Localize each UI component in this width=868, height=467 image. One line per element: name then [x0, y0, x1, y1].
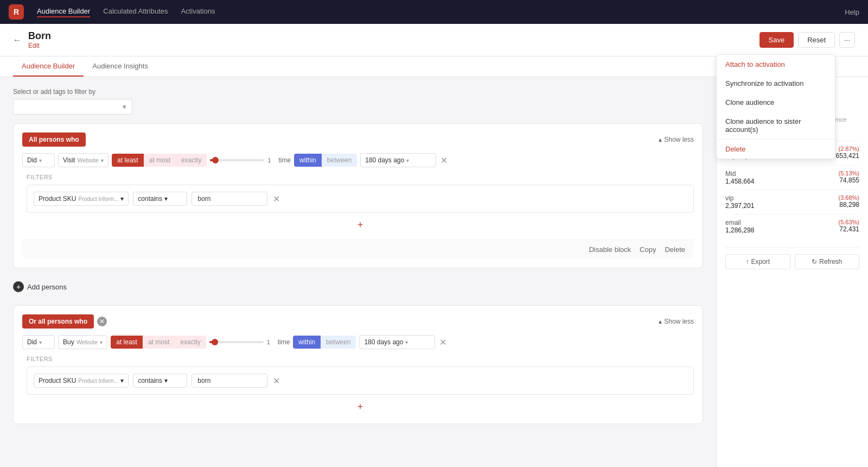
- block-1-header: All persons who Show less: [22, 132, 694, 147]
- block-actions-1: Disable block Copy Delete: [22, 239, 694, 259]
- action-sub-2: Website: [76, 339, 98, 345]
- nav-links: Audience Builder Calculated Attributes A…: [37, 7, 832, 17]
- segment-name-mid: Mid 1,458,664: [725, 170, 754, 185]
- remove-filter-1[interactable]: ✕: [272, 193, 281, 205]
- freq-exactly-2[interactable]: exactly: [175, 336, 206, 349]
- copy-button-1[interactable]: Copy: [640, 245, 656, 254]
- nav-right: Help: [845, 8, 859, 16]
- nav-activations[interactable]: Activations: [181, 7, 215, 17]
- segment-mid: Mid 1,458,664 (5.13%) 74,855: [725, 165, 859, 190]
- did-caret-icon: ▾: [39, 157, 42, 163]
- freq-group-1: at least at most exactly: [112, 154, 207, 167]
- page-title: Born: [28, 30, 51, 42]
- dropdown-sync-activation[interactable]: Synchronize to activation: [717, 74, 835, 93]
- slider-track-1[interactable]: [210, 159, 264, 161]
- action-caret-icon: ▾: [101, 157, 104, 163]
- tab-audience-insights[interactable]: Audience Insights: [84, 56, 157, 77]
- filter-field-caret: ▾: [120, 195, 124, 203]
- slider-value-2: 1: [267, 339, 270, 345]
- within-group-1: within between: [294, 154, 357, 167]
- filter-field-1[interactable]: Product SKU Product Inform... ▾: [34, 192, 129, 206]
- days-caret-icon-2: ▾: [405, 339, 408, 345]
- condition-row-2: Did ▾ Buy Website ▾ at least at most exa…: [22, 335, 694, 349]
- sidebar-footer: ↑ Export ↻ Refresh: [725, 247, 859, 269]
- remove-condition-2[interactable]: ✕: [438, 336, 448, 349]
- freq-exactly-1[interactable]: exactly: [176, 154, 207, 167]
- condition-row-1: Did ▾ Visit Website ▾ at least at most e…: [22, 153, 694, 167]
- segment-name-vip: vip 2,397,201: [725, 194, 754, 210]
- add-filter-button-2[interactable]: +: [27, 399, 694, 415]
- freq-at-most-2[interactable]: at most: [143, 336, 175, 349]
- freq-at-least-1[interactable]: at least: [112, 154, 144, 167]
- filter-op-caret-2: ▾: [164, 377, 168, 384]
- chevron-up-icon: [659, 136, 662, 143]
- between-btn-2[interactable]: between: [321, 336, 356, 349]
- show-less-button-1[interactable]: Show less: [659, 136, 694, 143]
- freq-at-most-1[interactable]: at most: [144, 154, 176, 167]
- filter-value-1[interactable]: born: [192, 192, 267, 206]
- slider-container-2: 1: [209, 339, 275, 345]
- freq-at-least-2[interactable]: at least: [111, 336, 143, 349]
- did-caret-icon-2: ▾: [39, 339, 42, 345]
- show-less-button-2[interactable]: Show less: [659, 318, 694, 325]
- export-button[interactable]: ↑ Export: [725, 254, 790, 269]
- action-select-1[interactable]: Visit Website ▾: [58, 153, 108, 167]
- delete-button-1[interactable]: Delete: [665, 245, 685, 254]
- filter-tag-input[interactable]: ▾: [13, 99, 132, 115]
- filter-tag-caret: ▾: [123, 103, 126, 111]
- dropdown-menu: Attach to activation Synchronize to acti…: [716, 54, 835, 159]
- save-button[interactable]: Save: [760, 32, 794, 48]
- within-btn-1[interactable]: within: [294, 154, 322, 167]
- builder-area: Select or add tags to filter by ▾ All pe…: [0, 77, 716, 467]
- filter-field-sub-2: Product Inform...: [78, 378, 118, 384]
- add-persons-plus-icon: +: [13, 281, 24, 292]
- add-persons-button[interactable]: + Add persons: [13, 277, 703, 296]
- header-actions: Save Reset ···: [760, 32, 855, 48]
- dropdown-delete[interactable]: Delete: [717, 140, 835, 159]
- refresh-button[interactable]: ↻ Refresh: [795, 254, 860, 269]
- condition-block-2: Or all persons who ✕ Show less Did ▾ Buy…: [13, 305, 703, 424]
- top-nav: R Audience Builder Calculated Attributes…: [0, 0, 868, 24]
- all-persons-button[interactable]: All persons who: [22, 132, 86, 147]
- more-button[interactable]: ···: [839, 32, 855, 48]
- filter-op-2[interactable]: contains ▾: [133, 374, 187, 388]
- filter-op-1[interactable]: contains ▾: [133, 192, 187, 206]
- slider-thumb-2[interactable]: [212, 339, 218, 345]
- days-select-2[interactable]: 180 days ago ▾: [359, 335, 435, 349]
- remove-block-2[interactable]: ✕: [97, 317, 107, 326]
- nav-calculated-attributes[interactable]: Calculated Attributes: [103, 7, 168, 17]
- dropdown-clone-audience[interactable]: Clone audience: [717, 93, 835, 112]
- help-link[interactable]: Help: [845, 8, 859, 16]
- tab-audience-builder[interactable]: Audience Builder: [13, 56, 84, 77]
- dropdown-clone-sister[interactable]: Clone audience to sister account(s): [717, 112, 835, 139]
- refresh-icon: ↻: [812, 258, 817, 266]
- remove-condition-1[interactable]: ✕: [439, 154, 449, 167]
- filter-row-1: Product SKU Product Inform... ▾ contains…: [27, 185, 694, 213]
- or-all-persons-button[interactable]: Or all persons who: [22, 314, 94, 329]
- segment-email: email 1,286,298 (5.63%) 72,431: [725, 214, 859, 238]
- app-logo: R: [9, 4, 24, 20]
- add-filter-button-1[interactable]: +: [27, 217, 694, 233]
- within-btn-2[interactable]: within: [293, 336, 321, 349]
- action-select-2[interactable]: Buy Website ▾: [58, 335, 107, 349]
- dropdown-attach-activation[interactable]: Attach to activation: [717, 55, 835, 74]
- nav-audience-builder[interactable]: Audience Builder: [37, 7, 90, 17]
- reset-button[interactable]: Reset: [798, 32, 835, 48]
- slider-track-2[interactable]: [209, 341, 264, 343]
- segment-name-email: email 1,286,298: [725, 219, 754, 234]
- filter-tag-label: Select or add tags to filter by: [13, 88, 703, 96]
- condition-block-1: All persons who Show less Did ▾ Visit We…: [13, 123, 703, 268]
- days-select-1[interactable]: 180 days ago ▾: [360, 153, 436, 167]
- disable-block-button-1[interactable]: Disable block: [589, 245, 631, 254]
- block-2-header: Or all persons who ✕ Show less: [22, 314, 694, 329]
- slider-container-1: 1: [210, 157, 275, 163]
- between-btn-1[interactable]: between: [322, 154, 357, 167]
- filter-field-2[interactable]: Product SKU Product Inform... ▾: [34, 374, 129, 388]
- did-select-1[interactable]: Did ▾: [22, 153, 55, 167]
- slider-thumb-1[interactable]: [212, 157, 219, 163]
- remove-filter-2[interactable]: ✕: [272, 375, 281, 387]
- edit-link[interactable]: Edit: [28, 42, 51, 49]
- back-button[interactable]: ←: [13, 35, 22, 45]
- did-select-2[interactable]: Did ▾: [22, 335, 55, 349]
- filter-value-2[interactable]: born: [192, 374, 267, 388]
